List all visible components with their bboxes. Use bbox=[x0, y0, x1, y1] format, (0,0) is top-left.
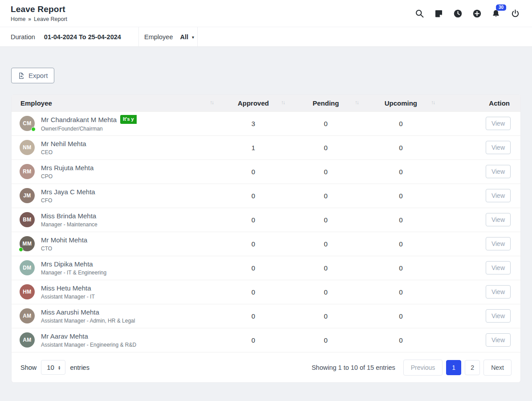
view-button[interactable]: View bbox=[486, 333, 511, 347]
view-button[interactable]: View bbox=[486, 261, 511, 274]
pending-count: 0 bbox=[289, 208, 363, 232]
celebration-badge: It's y bbox=[120, 115, 137, 123]
employee-role: CEO bbox=[41, 149, 86, 155]
previous-page-button[interactable]: Previous bbox=[403, 360, 443, 376]
view-button[interactable]: View bbox=[486, 285, 511, 299]
table-row: BM Miss Brinda Mehta Manager - Maintenan… bbox=[12, 208, 520, 232]
upcoming-count: 0 bbox=[363, 111, 439, 135]
approved-count: 0 bbox=[218, 208, 289, 232]
avatar: RM bbox=[20, 164, 35, 179]
sort-icon[interactable]: ↑↓ bbox=[431, 99, 435, 106]
duration-filter[interactable]: Duration 01-04-2024 To 25-04-2024 bbox=[0, 27, 139, 46]
breadcrumb-current: Leave Report bbox=[34, 16, 67, 22]
view-button[interactable]: View bbox=[486, 309, 511, 323]
employee-name[interactable]: Mrs Jaya C Mehta bbox=[41, 188, 95, 196]
breadcrumb-home[interactable]: Home bbox=[11, 16, 25, 22]
upcoming-count: 0 bbox=[363, 135, 439, 160]
power-icon[interactable] bbox=[510, 8, 520, 19]
employee-role: Manager - IT & Engineering bbox=[41, 270, 106, 276]
export-button[interactable]: Export bbox=[11, 68, 54, 83]
employee-name[interactable]: Mr Aarav Mehta bbox=[41, 332, 88, 340]
view-button[interactable]: View bbox=[486, 237, 511, 250]
table-body: CM Mr Chandrakant M Mehta It's y Owner/F… bbox=[12, 111, 520, 352]
add-circle-icon[interactable] bbox=[471, 8, 482, 19]
avatar-initials: DM bbox=[23, 265, 32, 271]
view-button[interactable]: View bbox=[486, 213, 511, 226]
approved-count: 0 bbox=[218, 304, 289, 328]
column-header-upcoming[interactable]: Upcoming ↑↓ bbox=[363, 95, 439, 111]
filter-bar: Duration 01-04-2024 To 25-04-2024 Employ… bbox=[0, 27, 532, 47]
entries-label: entries bbox=[70, 364, 89, 371]
action-cell: View bbox=[439, 232, 520, 256]
employee-cell: NM Mr Nehil Mehta CEO bbox=[12, 135, 218, 160]
upcoming-count: 0 bbox=[363, 208, 439, 232]
table-row: AM Mr Aarav Mehta Assistant Manager - En… bbox=[12, 328, 520, 352]
employee-name[interactable]: Mrs Rujuta Mehta bbox=[41, 164, 93, 172]
action-cell: View bbox=[439, 304, 520, 328]
table-row: JM Mrs Jaya C Mehta CFO 0 0 0 View bbox=[12, 184, 520, 208]
avatar-initials: AM bbox=[23, 313, 32, 319]
next-page-button[interactable]: Next bbox=[483, 360, 512, 376]
employee-name[interactable]: Mr Mohit Mehta bbox=[41, 236, 87, 244]
employee-cell: HM Miss Hetu Mehta Assistant Manager - I… bbox=[12, 280, 218, 304]
pagination: Previous 1 2 Next bbox=[403, 360, 512, 376]
pending-count: 0 bbox=[289, 111, 363, 135]
view-button[interactable]: View bbox=[486, 141, 511, 154]
approved-count: 1 bbox=[218, 135, 289, 160]
page-2-button[interactable]: 2 bbox=[465, 360, 480, 375]
action-cell: View bbox=[439, 280, 520, 304]
history-clock-icon[interactable] bbox=[452, 8, 463, 19]
employee-role: CFO bbox=[41, 197, 95, 204]
sort-icon[interactable]: ↑↓ bbox=[210, 99, 213, 106]
table-row: MM Mr Mohit Mehta CTO 0 0 0 View bbox=[12, 232, 520, 256]
pending-count: 0 bbox=[289, 280, 363, 304]
avatar: DM bbox=[20, 260, 35, 275]
upcoming-count: 0 bbox=[363, 232, 439, 256]
employee-name[interactable]: Miss Aarushi Mehta bbox=[41, 308, 99, 316]
view-button[interactable]: View bbox=[486, 165, 511, 178]
employee-cell: BM Miss Brinda Mehta Manager - Maintenan… bbox=[12, 208, 218, 232]
employee-role: CTO bbox=[41, 246, 87, 252]
pending-count: 0 bbox=[289, 232, 363, 256]
column-header-action: Action bbox=[439, 95, 520, 111]
pending-count: 0 bbox=[289, 328, 363, 352]
search-icon[interactable] bbox=[414, 8, 425, 19]
avatar-initials: JM bbox=[23, 192, 31, 199]
employee-name[interactable]: Miss Hetu Mehta bbox=[41, 284, 91, 292]
employee-name[interactable]: Mr Chandrakant M Mehta bbox=[41, 116, 117, 123]
action-cell: View bbox=[439, 111, 520, 135]
table-row: AM Miss Aarushi Mehta Assistant Manager … bbox=[12, 304, 520, 328]
pending-count: 0 bbox=[289, 256, 363, 280]
column-header-employee[interactable]: Employee ↑↓ bbox=[12, 95, 218, 111]
page-title: Leave Report bbox=[11, 4, 67, 14]
notification-bell-icon[interactable]: 30 bbox=[491, 8, 501, 19]
employee-name[interactable]: Miss Brinda Mehta bbox=[41, 212, 96, 220]
employee-name[interactable]: Mrs Dipika Mehta bbox=[41, 260, 93, 268]
upcoming-count: 0 bbox=[363, 328, 439, 352]
approved-count: 0 bbox=[218, 280, 289, 304]
page-size-select[interactable]: 10 ▲ ▼ bbox=[41, 360, 65, 375]
column-header-approved[interactable]: Approved ↑↓ bbox=[218, 95, 289, 111]
duration-value: 01-04-2024 To 25-04-2024 bbox=[44, 33, 121, 41]
employee-info: Mrs Rujuta Mehta CPO bbox=[41, 164, 93, 180]
sort-icon[interactable]: ↑↓ bbox=[355, 99, 358, 106]
employee-name[interactable]: Mr Nehil Mehta bbox=[41, 140, 86, 147]
note-icon[interactable] bbox=[433, 8, 444, 19]
leave-report-card: Employee ↑↓ Approved ↑↓ Pending ↑↓ Upcom… bbox=[11, 94, 521, 383]
view-button[interactable]: View bbox=[486, 189, 511, 202]
column-header-pending[interactable]: Pending ↑↓ bbox=[289, 95, 363, 111]
sort-icon[interactable]: ↑↓ bbox=[281, 99, 284, 106]
avatar-initials: NM bbox=[23, 144, 32, 151]
employee-cell: CM Mr Chandrakant M Mehta It's y Owner/F… bbox=[12, 111, 218, 135]
page-1-button[interactable]: 1 bbox=[446, 360, 461, 375]
upcoming-count: 0 bbox=[363, 256, 439, 280]
table-row: RM Mrs Rujuta Mehta CPO 0 0 0 View bbox=[12, 160, 520, 184]
employee-filter[interactable]: Employee All ▾ bbox=[139, 27, 198, 46]
employee-info: Miss Hetu Mehta Assistant Manager - IT bbox=[41, 284, 95, 300]
main-content: Export Employee ↑↓ Approved ↑↓ Pending bbox=[0, 47, 532, 383]
show-label: Show bbox=[20, 364, 37, 371]
view-button[interactable]: View bbox=[486, 117, 511, 130]
action-cell: View bbox=[439, 184, 520, 208]
employee-info: Mr Mohit Mehta CTO bbox=[41, 236, 87, 252]
employee-info: Mr Nehil Mehta CEO bbox=[41, 140, 86, 155]
